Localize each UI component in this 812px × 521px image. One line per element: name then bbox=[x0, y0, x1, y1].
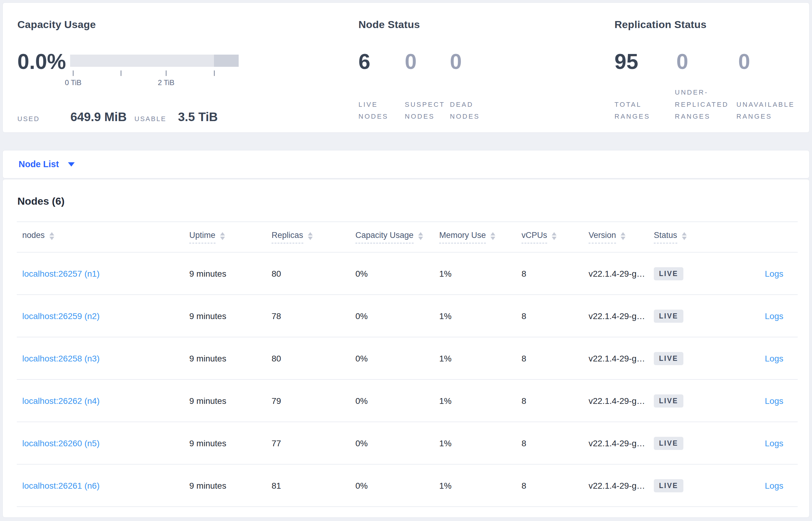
sort-icon bbox=[49, 232, 54, 242]
status-badge: LIVE bbox=[654, 352, 684, 365]
sort-icon bbox=[682, 232, 687, 242]
column-header-memory-use[interactable]: Memory Use bbox=[439, 231, 522, 244]
sort-icon bbox=[220, 232, 225, 242]
axis-tick bbox=[166, 70, 166, 76]
column-header-vcpus[interactable]: vCPUs bbox=[522, 231, 589, 244]
unavailable-ranges-count: 0 bbox=[738, 51, 750, 72]
node-link[interactable]: localhost:26260 (n5) bbox=[22, 439, 189, 448]
sort-icon bbox=[308, 232, 313, 242]
view-selector-dropdown[interactable]: Node List bbox=[19, 151, 75, 178]
total-ranges-count: 95 bbox=[615, 51, 638, 72]
vcpus-cell: 8 bbox=[522, 439, 589, 448]
live-nodes-count: 6 bbox=[358, 51, 371, 72]
logs-link[interactable]: Logs bbox=[765, 354, 783, 364]
table-row: localhost:26258 (n3)9 minutes800%1%8v22.… bbox=[3, 337, 809, 380]
column-header-label: Capacity Usage bbox=[355, 231, 414, 244]
status-cell: LIVE bbox=[654, 437, 724, 450]
replicas-cell: 80 bbox=[271, 269, 355, 279]
logs-link[interactable]: Logs bbox=[765, 269, 783, 279]
capacity-bar bbox=[70, 54, 239, 67]
vcpus-cell: 8 bbox=[522, 269, 589, 279]
suspect-nodes-label: SUSPECT NODES bbox=[405, 98, 448, 122]
column-header-uptime[interactable]: Uptime bbox=[189, 231, 271, 244]
table-row: localhost:26260 (n5)9 minutes770%1%8v22.… bbox=[3, 422, 809, 465]
view-selector-bar: Node List bbox=[2, 150, 810, 178]
memory-cell: 1% bbox=[439, 439, 522, 448]
axis-tick-label: 0 TiB bbox=[65, 78, 82, 87]
dead-nodes-count: 0 bbox=[450, 51, 462, 72]
vcpus-cell: 8 bbox=[522, 481, 589, 491]
table-row: localhost:26259 (n2)9 minutes780%1%8v22.… bbox=[3, 295, 809, 337]
version-cell: v22.1.4-29-g… bbox=[589, 481, 654, 491]
dead-nodes-label: DEAD NODES bbox=[450, 98, 493, 122]
node-link[interactable]: localhost:26259 (n2) bbox=[22, 312, 189, 321]
memory-cell: 1% bbox=[439, 312, 522, 321]
unavailable-ranges-label: UNAVAILABLE RANGES bbox=[736, 98, 797, 122]
logs-link[interactable]: Logs bbox=[765, 396, 783, 406]
logs-link[interactable]: Logs bbox=[765, 312, 783, 321]
column-header-label: vCPUs bbox=[522, 231, 547, 244]
nodes-table-title: Nodes (6) bbox=[17, 195, 65, 207]
capacity-cell: 0% bbox=[355, 269, 439, 279]
replicas-cell: 79 bbox=[271, 396, 355, 406]
table-header-row: nodesUptimeReplicasCapacity UsageMemory … bbox=[3, 222, 809, 252]
column-header-replicas[interactable]: Replicas bbox=[271, 231, 355, 244]
node-link[interactable]: localhost:26262 (n4) bbox=[22, 396, 189, 406]
replicas-cell: 77 bbox=[271, 439, 355, 448]
uptime-cell: 9 minutes bbox=[189, 312, 271, 321]
axis-tick bbox=[73, 70, 73, 76]
uptime-cell: 9 minutes bbox=[189, 269, 271, 279]
memory-cell: 1% bbox=[439, 269, 522, 279]
node-link[interactable]: localhost:26258 (n3) bbox=[22, 354, 189, 364]
capacity-cell: 0% bbox=[355, 354, 439, 364]
table-row: localhost:26261 (n6)9 minutes810%1%8v22.… bbox=[3, 465, 809, 507]
replication-status-title: Replication Status bbox=[615, 19, 707, 30]
nodes-table-panel: Nodes (6) nodesUptimeReplicasCapacity Us… bbox=[2, 179, 810, 518]
uptime-cell: 9 minutes bbox=[189, 439, 271, 448]
vcpus-cell: 8 bbox=[522, 354, 589, 364]
usable-label: USABLE bbox=[135, 115, 166, 123]
memory-cell: 1% bbox=[439, 354, 522, 364]
capacity-usage-title: Capacity Usage bbox=[17, 19, 96, 30]
status-cell: LIVE bbox=[654, 267, 724, 280]
status-badge: LIVE bbox=[654, 394, 684, 408]
uptime-cell: 9 minutes bbox=[189, 396, 271, 406]
capacity-cell: 0% bbox=[355, 312, 439, 321]
status-cell: LIVE bbox=[654, 394, 724, 408]
status-badge: LIVE bbox=[654, 437, 684, 450]
cluster-summary-panel: Capacity Usage 0.0% 0 TiB 2 TiB USED 649… bbox=[2, 2, 810, 133]
node-link[interactable]: localhost:26261 (n6) bbox=[22, 481, 189, 491]
vcpus-cell: 8 bbox=[522, 396, 589, 406]
replicas-cell: 80 bbox=[271, 354, 355, 364]
column-header-label: Version bbox=[589, 231, 616, 244]
total-ranges-label: TOTAL RANGES bbox=[615, 98, 674, 122]
sort-icon bbox=[418, 232, 423, 242]
memory-cell: 1% bbox=[439, 481, 522, 491]
capacity-cell: 0% bbox=[355, 396, 439, 406]
sort-icon bbox=[621, 232, 625, 242]
version-cell: v22.1.4-29-g… bbox=[589, 439, 654, 448]
version-cell: v22.1.4-29-g… bbox=[589, 312, 654, 321]
column-header-capacity-usage[interactable]: Capacity Usage bbox=[355, 231, 439, 244]
column-header-nodes[interactable]: nodes bbox=[22, 231, 189, 244]
logs-link[interactable]: Logs bbox=[765, 439, 783, 448]
status-cell: LIVE bbox=[654, 310, 724, 323]
status-badge: LIVE bbox=[654, 310, 684, 323]
axis-tick bbox=[214, 70, 215, 76]
version-cell: v22.1.4-29-g… bbox=[589, 269, 654, 279]
axis-tick-label: 2 TiB bbox=[158, 78, 175, 87]
column-header-label: Status bbox=[654, 231, 677, 244]
column-header-version[interactable]: Version bbox=[589, 231, 654, 244]
memory-cell: 1% bbox=[439, 396, 522, 406]
uptime-cell: 9 minutes bbox=[189, 481, 271, 491]
status-cell: LIVE bbox=[654, 352, 724, 365]
axis-tick bbox=[121, 70, 121, 76]
capacity-used-percent: 0.0% bbox=[17, 51, 66, 72]
column-header-status[interactable]: Status bbox=[654, 231, 724, 244]
used-label: USED bbox=[17, 115, 40, 123]
node-link[interactable]: localhost:26257 (n1) bbox=[22, 269, 189, 279]
logs-link[interactable]: Logs bbox=[765, 481, 783, 491]
version-cell: v22.1.4-29-g… bbox=[589, 396, 654, 406]
column-header-label: nodes bbox=[22, 231, 45, 244]
status-cell: LIVE bbox=[654, 479, 724, 492]
